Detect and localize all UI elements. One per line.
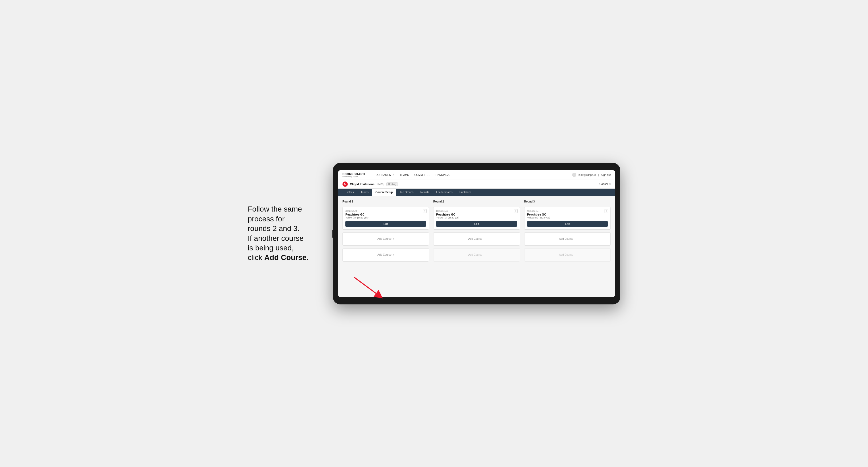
round-1-course-label: (Course A)	[345, 210, 426, 212]
tab-bar: Details Teams Course Setup Tee Groups Re…	[338, 189, 615, 196]
tournament-name: Clippd Invitational	[350, 183, 375, 186]
top-nav: SCOREBOARD Powered by clippd TOURNAMENTS…	[338, 170, 615, 180]
round-3-add-course-1-label: Add Course	[559, 237, 573, 240]
round-1-course-card: ○ (Course A) Peachtree GC Yellow (M) (66…	[342, 207, 429, 230]
round-1-plus-icon-1: +	[393, 237, 394, 240]
cancel-x-icon: ✕	[609, 183, 611, 185]
tab-leaderboards[interactable]: Leaderboards	[433, 189, 456, 196]
round-1-add-course-1[interactable]: Add Course +	[342, 232, 429, 246]
user-avatar	[572, 173, 576, 177]
tablet-frame: SCOREBOARD Powered by clippd TOURNAMENTS…	[333, 163, 620, 304]
tab-teams[interactable]: Teams	[358, 189, 372, 196]
instruction-line6: click	[248, 253, 264, 261]
logo-text: SCOREBOARD	[342, 173, 365, 176]
tab-details[interactable]: Details	[342, 189, 357, 196]
round-3-add-course-2-label: Add Course	[559, 253, 573, 256]
instruction-line5: is being used,	[248, 244, 294, 252]
round-1-header: Round 1	[342, 200, 429, 203]
brand-icon: C	[342, 182, 348, 187]
round-3-course-label: (Course A)	[527, 210, 608, 212]
tournament-info: C Clippd Invitational (Men) Hosting	[342, 182, 398, 187]
cancel-button[interactable]: Cancel ✕	[599, 183, 611, 185]
tab-results[interactable]: Results	[417, 189, 432, 196]
tab-course-setup[interactable]: Course Setup	[372, 189, 396, 196]
page-wrapper: Follow the same process for rounds 2 and…	[248, 163, 620, 304]
round-1-delete-button[interactable]: ○	[423, 209, 427, 213]
user-email: blair@clippd.io	[579, 174, 596, 177]
tab-tee-groups[interactable]: Tee Groups	[397, 189, 417, 196]
rounds-grid: Round 1 ○ (Course A) Peachtree GC Yellow…	[342, 200, 611, 261]
round-3-course-card: ○ (Course A) Peachtree GC Yellow (M) (66…	[524, 207, 611, 230]
instruction-line3: rounds 2 and 3.	[248, 224, 300, 232]
tab-printables[interactable]: Printables	[456, 189, 474, 196]
round-2-plus-icon-2: +	[483, 253, 485, 256]
round-3-plus-icon-2: +	[574, 253, 576, 256]
logo-sub: Powered by clippd	[342, 176, 365, 178]
tournament-gender: (Men)	[377, 183, 384, 185]
round-1-plus-icon-2: +	[393, 253, 394, 256]
main-content: Round 1 ○ (Course A) Peachtree GC Yellow…	[338, 196, 615, 297]
round-1-add-course-2[interactable]: Add Course +	[342, 248, 429, 261]
round-3-delete-button[interactable]: ○	[604, 209, 608, 213]
separator: |	[598, 174, 599, 177]
nav-links: TOURNAMENTS TEAMS COMMITTEE RANKINGS	[373, 174, 566, 177]
hosting-badge: Hosting	[386, 182, 398, 186]
round-2-add-course-2: Add Course +	[433, 248, 520, 261]
round-2-add-course-1-label: Add Course	[468, 237, 483, 240]
sub-header: C Clippd Invitational (Men) Hosting Canc…	[338, 180, 615, 189]
round-1-course-name: Peachtree GC	[345, 213, 426, 216]
round-1-add-course-1-label: Add Course	[377, 237, 392, 240]
round-1-edit-button[interactable]: Edit	[345, 221, 426, 227]
round-2-course-card: ○ (Course A) Peachtree GC Yellow (M) (66…	[433, 207, 520, 230]
round-3-course-name: Peachtree GC	[527, 213, 608, 216]
round-2-plus-icon-1: +	[483, 237, 485, 240]
round-2-edit-button[interactable]: Edit	[436, 221, 517, 227]
round-2-add-course-2-label: Add Course	[468, 253, 483, 256]
tablet-side-button	[332, 230, 333, 238]
logo-area: SCOREBOARD Powered by clippd	[342, 173, 365, 178]
round-3-add-course-1[interactable]: Add Course +	[524, 232, 611, 246]
round-3-course-tee: Yellow (M) (6629 yds)	[527, 216, 608, 219]
round-2-course-label: (Course A)	[436, 210, 517, 212]
round-3-header: Round 3	[524, 200, 611, 203]
round-3-edit-button[interactable]: Edit	[527, 221, 608, 227]
round-2-column: Round 2 ○ (Course A) Peachtree GC Yellow…	[433, 200, 520, 261]
nav-teams[interactable]: TEAMS	[399, 174, 409, 177]
instruction-bold: Add Course.	[264, 253, 308, 261]
round-2-delete-button[interactable]: ○	[514, 209, 518, 213]
round-2-add-course-1[interactable]: Add Course +	[433, 232, 520, 246]
nav-right: blair@clippd.io | Sign out	[572, 173, 611, 177]
round-3-column: Round 3 ○ (Course A) Peachtree GC Yellow…	[524, 200, 611, 261]
nav-rankings[interactable]: RANKINGS	[435, 174, 450, 177]
sign-out-link[interactable]: Sign out	[601, 174, 611, 177]
round-1-column: Round 1 ○ (Course A) Peachtree GC Yellow…	[342, 200, 429, 261]
instruction-line4: If another course	[248, 234, 304, 242]
round-3-plus-icon-1: +	[574, 237, 576, 240]
round-1-course-tee: Yellow (M) (6629 yds)	[345, 216, 426, 219]
round-2-course-tee: Yellow (M) (6629 yds)	[436, 216, 517, 219]
instruction-panel: Follow the same process for rounds 2 and…	[248, 205, 322, 262]
tablet-screen: SCOREBOARD Powered by clippd TOURNAMENTS…	[338, 170, 615, 297]
nav-committee[interactable]: COMMITTEE	[414, 174, 431, 177]
instruction-line1: Follow the same	[248, 205, 302, 213]
round-1-add-course-2-label: Add Course	[377, 253, 392, 256]
round-2-header: Round 2	[433, 200, 520, 203]
round-3-add-course-2: Add Course +	[524, 248, 611, 261]
round-2-course-name: Peachtree GC	[436, 213, 517, 216]
instruction-line2: process for	[248, 215, 285, 223]
nav-tournaments[interactable]: TOURNAMENTS	[373, 174, 395, 177]
